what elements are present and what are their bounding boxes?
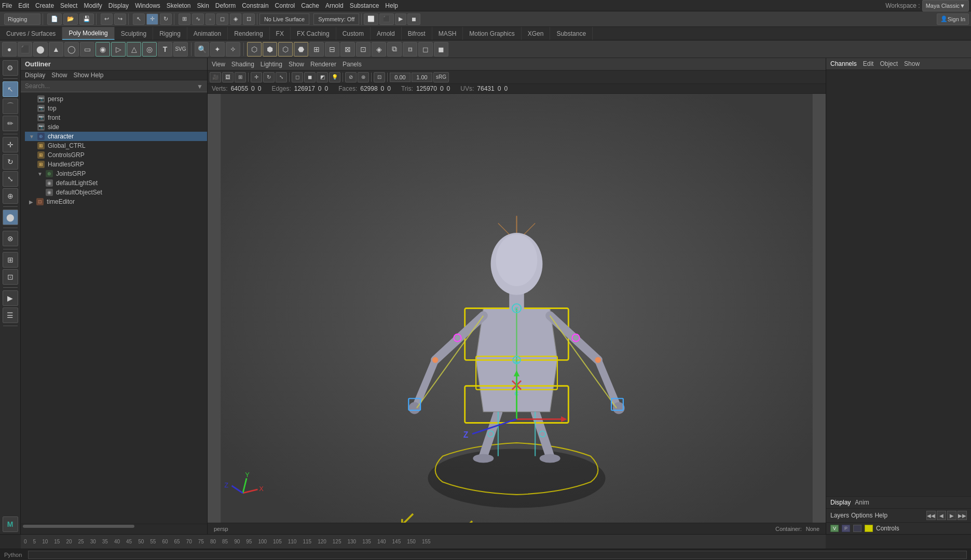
timeline-tick-80[interactable]: 80 (207, 539, 219, 544)
paint-select-btn[interactable]: ✏ (3, 116, 18, 131)
menu-control[interactable]: Control (275, 2, 295, 9)
shelf-edit3-icon[interactable]: ⊠ (340, 42, 355, 57)
workspace-selector[interactable]: Maya Classic▼ (922, 0, 969, 11)
menu-file[interactable]: File (2, 2, 12, 9)
shelf-tool2-icon[interactable]: ✧ (226, 42, 240, 57)
layer-editor-btn[interactable]: ☰ (3, 307, 18, 323)
rotate-tool-btn[interactable]: ↻ (3, 154, 18, 170)
shelf-mesh1-icon[interactable]: ⬡ (247, 42, 262, 57)
timeline-tick-130[interactable]: 130 (345, 539, 360, 544)
tab-fx-caching[interactable]: FX Caching (291, 27, 336, 40)
timeline-tick-65[interactable]: 65 (171, 539, 183, 544)
vp-texture-btn[interactable]: ◩ (317, 72, 328, 82)
render-region-btn[interactable]: ⬛ (379, 13, 394, 25)
stop-render-btn[interactable]: ⏹ (407, 13, 420, 25)
timeline-tick-50[interactable]: 50 (135, 539, 147, 544)
menu-constrain[interactable]: Constrain (242, 2, 268, 9)
shelf-deform2-icon[interactable]: ⧈ (403, 42, 417, 57)
layer-sub-tab-help[interactable]: Help (874, 512, 887, 519)
sign-in-btn[interactable]: 👤 Sign In (937, 13, 969, 25)
vp-img-btn[interactable]: 🖼 (222, 72, 234, 82)
timeline-tick-75[interactable]: 75 (195, 539, 207, 544)
symmetry-toggle[interactable]: Symmetry: Off (313, 13, 359, 25)
menu-skeleton[interactable]: Skeleton (167, 2, 191, 9)
layer-nav-prev-prev[interactable]: ◀◀ (926, 511, 936, 520)
timeline-tick-90[interactable]: 90 (231, 539, 243, 544)
soft-select-btn[interactable]: ⬤ (3, 209, 18, 225)
no-live-surface-display[interactable]: No Live Surface (259, 13, 309, 25)
expand-arrow-character[interactable]: ▼ (29, 134, 34, 139)
shelf-torus-icon[interactable]: ◯ (64, 42, 79, 57)
timeline-tick-140[interactable]: 140 (374, 539, 389, 544)
grid-btn[interactable]: ⊞ (3, 252, 18, 268)
timeline-tick-135[interactable]: 135 (359, 539, 374, 544)
tab-poly-modeling[interactable]: Poly Modeling (62, 27, 114, 40)
shelf-plane-icon[interactable]: ▭ (80, 42, 94, 57)
lasso-tool-btn[interactable]: ⌒ (3, 99, 18, 114)
layer-color-swatch[interactable] (865, 525, 873, 532)
timeline-tick-0[interactable]: 0 (21, 539, 30, 544)
timeline-tick-35[interactable]: 35 (99, 539, 111, 544)
vp-wireframe-btn[interactable]: ◻ (292, 72, 303, 82)
viewport-menu-show[interactable]: Show (289, 61, 304, 68)
timeline-tick-120[interactable]: 120 (314, 539, 330, 544)
shelf-pyramid-icon[interactable]: △ (127, 42, 141, 57)
move-btn[interactable]: ✛ (146, 13, 158, 25)
outliner-display-menu[interactable]: Display (25, 72, 45, 79)
timeline-tick-45[interactable]: 45 (123, 539, 135, 544)
redo-btn[interactable]: ↪ (114, 13, 126, 25)
viewport-menu-panels[interactable]: Panels (343, 61, 362, 68)
maya-logo-btn[interactable]: M (3, 516, 18, 532)
outliner-item-front[interactable]: 📷 front (25, 113, 207, 122)
vp-color-space-btn[interactable]: sRG (433, 72, 449, 82)
shelf-pipe-icon[interactable]: ◎ (142, 42, 157, 57)
timeline-tick-10[interactable]: 10 (39, 539, 51, 544)
timeline-tick-85[interactable]: 85 (219, 539, 231, 544)
expand-arrow-joints[interactable]: ▼ (37, 171, 43, 177)
viewport-menu-shading[interactable]: Shading (231, 61, 254, 68)
layer-visibility-btn[interactable]: V (830, 525, 839, 532)
menu-modify[interactable]: Modify (84, 2, 102, 9)
shelf-deform1-icon[interactable]: ⧉ (387, 42, 402, 57)
menu-cache[interactable]: Cache (301, 2, 319, 9)
timeline-tick-20[interactable]: 20 (63, 539, 75, 544)
outliner-item-default-object-set[interactable]: ◉ defaultObjectSet (25, 188, 207, 197)
menu-arnold[interactable]: Arnold (325, 2, 344, 9)
channels-show-tab[interactable]: Show (904, 60, 920, 67)
snap-grid-btn[interactable]: ⊞ (179, 13, 190, 25)
render-preview-btn[interactable]: ▶ (3, 290, 18, 306)
timeline[interactable]: 0510152025303540455055606570758085909510… (0, 534, 971, 549)
timeline-ruler[interactable]: 0510152025303540455055606570758085909510… (21, 535, 826, 549)
outliner-item-side[interactable]: 📷 side (25, 122, 207, 132)
python-input[interactable] (28, 551, 967, 559)
outliner-item-controls-grp[interactable]: ⊞ ControlsGRP (25, 150, 207, 160)
select-btn[interactable]: ↖ (133, 13, 145, 25)
display-tab[interactable]: Display (830, 499, 851, 506)
timeline-tick-15[interactable]: 15 (51, 539, 63, 544)
tab-substance[interactable]: Substance (550, 27, 593, 40)
layer-nav-next-next[interactable]: ▶▶ (958, 511, 967, 520)
menu-edit[interactable]: Edit (18, 2, 29, 9)
snap-point-btn[interactable]: ◦ (206, 13, 215, 25)
viewport-canvas[interactable]: C C C Z ↙ (208, 94, 826, 523)
timeline-tick-60[interactable]: 60 (159, 539, 171, 544)
tab-custom[interactable]: Custom (336, 27, 371, 40)
layer-nav-next[interactable]: ▶ (947, 511, 956, 520)
outliner-search-input[interactable] (21, 80, 207, 92)
outliner-show-menu[interactable]: Show (51, 72, 67, 79)
vp-num-field2[interactable] (412, 73, 432, 82)
channels-edit-tab[interactable]: Edit (863, 60, 874, 67)
layer-type-btn[interactable] (853, 525, 861, 532)
menu-deform[interactable]: Deform (215, 2, 236, 9)
tab-rendering[interactable]: Rendering (228, 27, 269, 40)
timeline-tick-25[interactable]: 25 (75, 539, 87, 544)
move-tool-btn[interactable]: ✛ (3, 137, 18, 152)
tab-sculpting[interactable]: Sculpting (115, 27, 153, 40)
anim-tab[interactable]: Anim (855, 499, 869, 506)
timeline-tick-70[interactable]: 70 (183, 539, 195, 544)
vp-rotate-btn[interactable]: ↻ (263, 72, 275, 82)
tab-fx[interactable]: FX (270, 27, 291, 40)
snap-view-btn[interactable]: ◈ (230, 13, 241, 25)
menu-create[interactable]: Create (35, 2, 54, 9)
snap-live-btn[interactable]: ⊡ (243, 13, 255, 25)
